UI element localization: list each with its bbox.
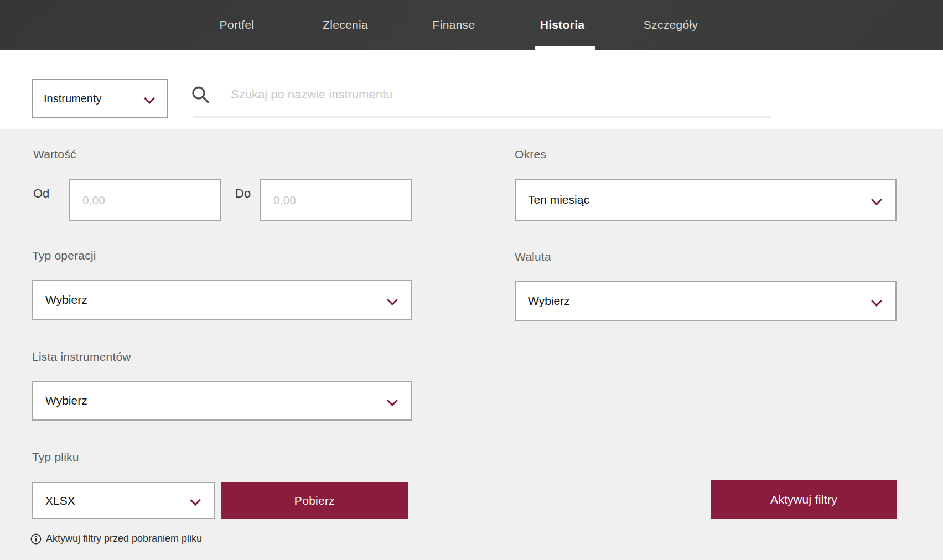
tab-historia[interactable]: Historia: [508, 0, 616, 50]
file-type-label: Typ pliku: [32, 450, 79, 464]
download-button[interactable]: Pobierz: [221, 482, 408, 519]
search-category-dropdown[interactable]: Instrumenty: [32, 79, 168, 118]
info-icon: [30, 533, 42, 545]
value-to-label: Do: [235, 186, 251, 201]
top-nav-bar: Portfel Zlecenia Finanse Historia Szczeg…: [0, 0, 943, 50]
tab-zlecenia[interactable]: Zlecenia: [291, 0, 400, 50]
search-icon: [191, 85, 210, 104]
operation-type-value: Wybierz: [45, 293, 87, 307]
tab-strip: Portfel Zlecenia Finanse Historia Szczeg…: [183, 0, 725, 50]
period-label: Okres: [515, 148, 546, 161]
chevron-down-icon: [144, 94, 154, 103]
chevron-down-icon: [872, 195, 881, 205]
filters-panel: Wartość Od Do Okres Ten miesiąc Typ oper…: [0, 129, 943, 560]
file-type-value: XLSX: [45, 494, 75, 507]
download-hint: Aktywuj filtry przed pobraniem pliku: [30, 533, 202, 545]
tab-portfel[interactable]: Portfel: [183, 0, 291, 50]
period-value: Ten miesiąc: [528, 193, 589, 206]
chevron-down-icon: [387, 295, 397, 305]
file-type-dropdown[interactable]: XLSX: [32, 482, 215, 519]
activate-filters-button[interactable]: Aktywuj filtry: [711, 480, 897, 519]
currency-dropdown[interactable]: Wybierz: [515, 281, 897, 321]
search-underline: [193, 116, 771, 118]
download-hint-text: Aktywuj filtry przed pobraniem pliku: [46, 533, 202, 545]
operation-type-dropdown[interactable]: Wybierz: [32, 280, 412, 320]
period-dropdown[interactable]: Ten miesiąc: [515, 179, 897, 221]
instrument-list-label: Lista instrumentów: [32, 350, 131, 364]
search-input[interactable]: [231, 81, 762, 108]
search-field: [191, 77, 772, 119]
chevron-down-icon: [387, 396, 397, 406]
tab-finanse[interactable]: Finanse: [400, 0, 508, 50]
search-category-value: Instrumenty: [44, 92, 101, 105]
search-toolbar: Instrumenty - Ukryj filtry: [0, 50, 943, 129]
instrument-list-value: Wybierz: [45, 394, 87, 407]
chevron-down-icon: [872, 297, 881, 306]
value-from-label: Od: [33, 186, 49, 201]
currency-label: Waluta: [515, 250, 551, 263]
value-to-input[interactable]: [260, 179, 412, 221]
value-from-input[interactable]: [69, 179, 221, 221]
chevron-down-icon: [190, 496, 200, 505]
value-section-label: Wartość: [33, 148, 76, 161]
tab-szczegoly[interactable]: Szczegóły: [616, 0, 725, 50]
currency-value: Wybierz: [528, 294, 570, 308]
history-filters-page: Portfel Zlecenia Finanse Historia Szczeg…: [0, 0, 943, 560]
instrument-list-dropdown[interactable]: Wybierz: [32, 381, 412, 421]
operation-type-label: Typ operacji: [32, 249, 96, 262]
